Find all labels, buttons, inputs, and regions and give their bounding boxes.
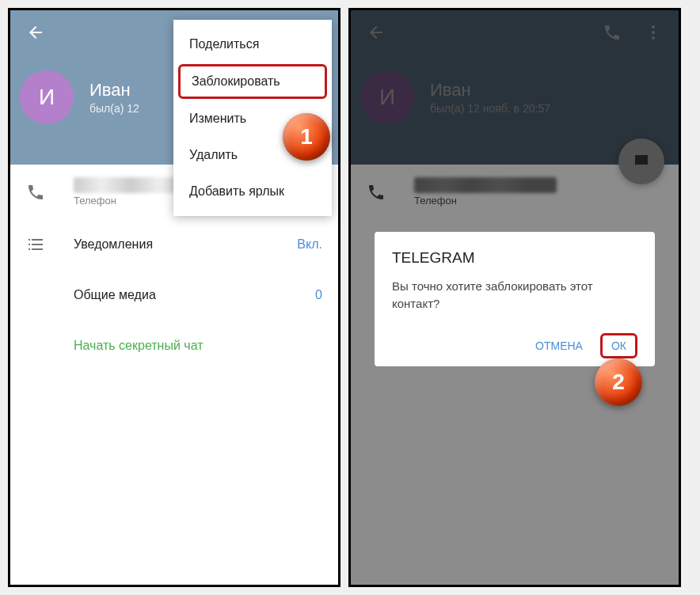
menu-item-shortcut[interactable]: Добавить ярлык [173,173,332,210]
row-secret-chat[interactable]: Начать секретный чат [10,320,338,371]
step-badge-1: 1 [283,113,330,161]
notifications-value: Вкл. [297,237,322,252]
menu-item-block[interactable]: Заблокировать [178,64,327,99]
row-notifications[interactable]: Уведомления Вкл. [10,219,338,270]
back-button[interactable] [17,13,55,51]
profile-status: был(а) 12 [89,102,139,115]
cancel-button[interactable]: ОТМЕНА [524,333,594,358]
dialog-message: Вы точно хотите заблокировать этот конта… [392,278,637,313]
notifications-label: Уведомления [74,237,297,252]
secret-chat-label: Начать секретный чат [74,339,322,353]
shared-media-label: Общие медиа [74,288,315,302]
phone-icon [26,183,45,202]
shared-media-value: 0 [315,288,322,302]
avatar[interactable]: И [20,70,74,124]
confirm-dialog: TELEGRAM Вы точно хотите заблокировать э… [375,232,655,366]
ok-button[interactable]: ОК [600,333,637,358]
list-icon [26,235,45,254]
dialog-title: TELEGRAM [392,249,637,267]
phone-left: И Иван был(а) 12 Поделиться Заблокироват… [8,8,340,587]
step-badge-2: 2 [595,358,642,406]
arrow-back-icon [26,23,45,42]
row-shared-media[interactable]: Общие медиа 0 [10,270,338,320]
profile-name: Иван [89,80,139,100]
phone-right: И Иван был(а) 12 нояб. в 20:57 Телефон T… [348,8,681,587]
menu-item-share[interactable]: Поделиться [173,26,332,63]
avatar-initial: И [39,85,55,110]
